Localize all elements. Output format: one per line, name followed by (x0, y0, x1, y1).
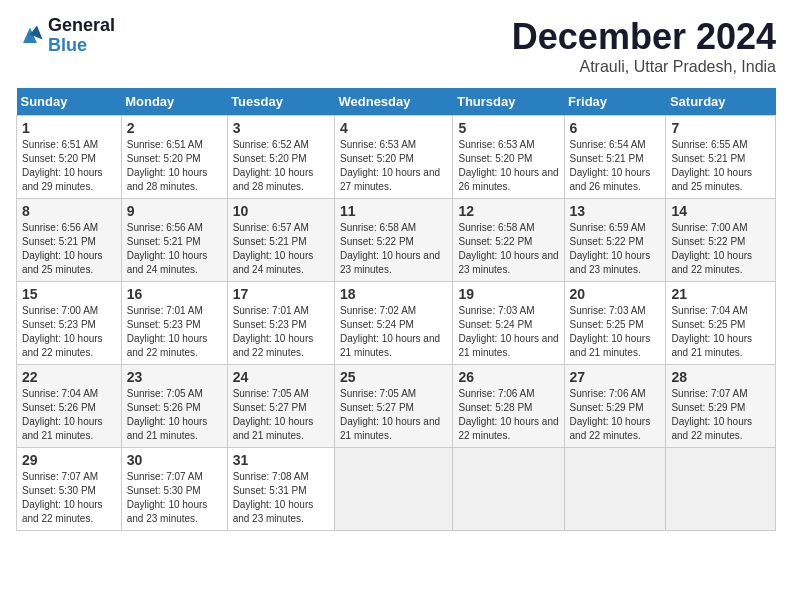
calendar-cell: 22Sunrise: 7:04 AMSunset: 5:26 PMDayligh… (17, 365, 122, 448)
day-info: Sunrise: 7:07 AMSunset: 5:29 PMDaylight:… (671, 387, 770, 443)
day-number: 19 (458, 286, 558, 302)
day-info: Sunrise: 7:08 AMSunset: 5:31 PMDaylight:… (233, 470, 329, 526)
day-number: 21 (671, 286, 770, 302)
calendar-table: SundayMondayTuesdayWednesdayThursdayFrid… (16, 88, 776, 531)
calendar-cell: 29Sunrise: 7:07 AMSunset: 5:30 PMDayligh… (17, 448, 122, 531)
calendar-cell: 31Sunrise: 7:08 AMSunset: 5:31 PMDayligh… (227, 448, 334, 531)
calendar-cell: 23Sunrise: 7:05 AMSunset: 5:26 PMDayligh… (121, 365, 227, 448)
day-number: 4 (340, 120, 447, 136)
day-info: Sunrise: 7:03 AMSunset: 5:24 PMDaylight:… (458, 304, 558, 360)
calendar-cell: 10Sunrise: 6:57 AMSunset: 5:21 PMDayligh… (227, 199, 334, 282)
calendar-cell: 2Sunrise: 6:51 AMSunset: 5:20 PMDaylight… (121, 116, 227, 199)
day-info: Sunrise: 7:07 AMSunset: 5:30 PMDaylight:… (22, 470, 116, 526)
day-number: 7 (671, 120, 770, 136)
calendar-cell: 24Sunrise: 7:05 AMSunset: 5:27 PMDayligh… (227, 365, 334, 448)
calendar-cell: 9Sunrise: 6:56 AMSunset: 5:21 PMDaylight… (121, 199, 227, 282)
day-info: Sunrise: 7:05 AMSunset: 5:27 PMDaylight:… (233, 387, 329, 443)
day-number: 11 (340, 203, 447, 219)
calendar-cell (564, 448, 666, 531)
calendar-cell: 30Sunrise: 7:07 AMSunset: 5:30 PMDayligh… (121, 448, 227, 531)
day-number: 29 (22, 452, 116, 468)
calendar-cell: 25Sunrise: 7:05 AMSunset: 5:27 PMDayligh… (334, 365, 452, 448)
day-info: Sunrise: 6:59 AMSunset: 5:22 PMDaylight:… (570, 221, 661, 277)
day-info: Sunrise: 7:06 AMSunset: 5:29 PMDaylight:… (570, 387, 661, 443)
day-of-week-friday: Friday (564, 88, 666, 116)
day-info: Sunrise: 7:05 AMSunset: 5:27 PMDaylight:… (340, 387, 447, 443)
day-number: 1 (22, 120, 116, 136)
day-info: Sunrise: 6:52 AMSunset: 5:20 PMDaylight:… (233, 138, 329, 194)
calendar-cell: 13Sunrise: 6:59 AMSunset: 5:22 PMDayligh… (564, 199, 666, 282)
calendar-cell: 20Sunrise: 7:03 AMSunset: 5:25 PMDayligh… (564, 282, 666, 365)
day-info: Sunrise: 7:05 AMSunset: 5:26 PMDaylight:… (127, 387, 222, 443)
day-info: Sunrise: 7:01 AMSunset: 5:23 PMDaylight:… (127, 304, 222, 360)
day-info: Sunrise: 6:51 AMSunset: 5:20 PMDaylight:… (127, 138, 222, 194)
day-of-week-sunday: Sunday (17, 88, 122, 116)
day-of-week-wednesday: Wednesday (334, 88, 452, 116)
day-number: 22 (22, 369, 116, 385)
logo: General Blue (16, 16, 115, 56)
calendar-cell: 18Sunrise: 7:02 AMSunset: 5:24 PMDayligh… (334, 282, 452, 365)
day-number: 6 (570, 120, 661, 136)
calendar-cell: 21Sunrise: 7:04 AMSunset: 5:25 PMDayligh… (666, 282, 776, 365)
calendar-cell: 26Sunrise: 7:06 AMSunset: 5:28 PMDayligh… (453, 365, 564, 448)
calendar-cell: 8Sunrise: 6:56 AMSunset: 5:21 PMDaylight… (17, 199, 122, 282)
day-info: Sunrise: 7:01 AMSunset: 5:23 PMDaylight:… (233, 304, 329, 360)
day-number: 5 (458, 120, 558, 136)
day-number: 26 (458, 369, 558, 385)
calendar-cell: 1Sunrise: 6:51 AMSunset: 5:20 PMDaylight… (17, 116, 122, 199)
day-info: Sunrise: 6:56 AMSunset: 5:21 PMDaylight:… (22, 221, 116, 277)
day-of-week-thursday: Thursday (453, 88, 564, 116)
day-of-week-tuesday: Tuesday (227, 88, 334, 116)
calendar-cell: 28Sunrise: 7:07 AMSunset: 5:29 PMDayligh… (666, 365, 776, 448)
day-info: Sunrise: 7:02 AMSunset: 5:24 PMDaylight:… (340, 304, 447, 360)
day-info: Sunrise: 6:53 AMSunset: 5:20 PMDaylight:… (340, 138, 447, 194)
calendar-cell (334, 448, 452, 531)
day-number: 10 (233, 203, 329, 219)
calendar-cell: 7Sunrise: 6:55 AMSunset: 5:21 PMDaylight… (666, 116, 776, 199)
calendar-cell: 5Sunrise: 6:53 AMSunset: 5:20 PMDaylight… (453, 116, 564, 199)
day-info: Sunrise: 6:57 AMSunset: 5:21 PMDaylight:… (233, 221, 329, 277)
day-info: Sunrise: 7:04 AMSunset: 5:25 PMDaylight:… (671, 304, 770, 360)
calendar-cell: 17Sunrise: 7:01 AMSunset: 5:23 PMDayligh… (227, 282, 334, 365)
day-number: 27 (570, 369, 661, 385)
page-header: General Blue December 2024 Atrauli, Utta… (16, 16, 776, 76)
calendar-cell: 3Sunrise: 6:52 AMSunset: 5:20 PMDaylight… (227, 116, 334, 199)
day-info: Sunrise: 7:00 AMSunset: 5:22 PMDaylight:… (671, 221, 770, 277)
day-number: 20 (570, 286, 661, 302)
day-info: Sunrise: 6:56 AMSunset: 5:21 PMDaylight:… (127, 221, 222, 277)
day-number: 28 (671, 369, 770, 385)
day-info: Sunrise: 6:54 AMSunset: 5:21 PMDaylight:… (570, 138, 661, 194)
day-number: 16 (127, 286, 222, 302)
day-number: 24 (233, 369, 329, 385)
main-title: December 2024 (512, 16, 776, 58)
calendar-cell: 15Sunrise: 7:00 AMSunset: 5:23 PMDayligh… (17, 282, 122, 365)
day-number: 30 (127, 452, 222, 468)
day-number: 17 (233, 286, 329, 302)
logo-text: General Blue (48, 16, 115, 56)
day-number: 18 (340, 286, 447, 302)
day-number: 9 (127, 203, 222, 219)
calendar-cell: 11Sunrise: 6:58 AMSunset: 5:22 PMDayligh… (334, 199, 452, 282)
calendar-cell (666, 448, 776, 531)
calendar-cell: 12Sunrise: 6:58 AMSunset: 5:22 PMDayligh… (453, 199, 564, 282)
calendar-cell: 6Sunrise: 6:54 AMSunset: 5:21 PMDaylight… (564, 116, 666, 199)
day-info: Sunrise: 6:53 AMSunset: 5:20 PMDaylight:… (458, 138, 558, 194)
day-info: Sunrise: 7:04 AMSunset: 5:26 PMDaylight:… (22, 387, 116, 443)
day-number: 31 (233, 452, 329, 468)
day-number: 2 (127, 120, 222, 136)
calendar-cell: 19Sunrise: 7:03 AMSunset: 5:24 PMDayligh… (453, 282, 564, 365)
day-info: Sunrise: 7:00 AMSunset: 5:23 PMDaylight:… (22, 304, 116, 360)
calendar-cell: 4Sunrise: 6:53 AMSunset: 5:20 PMDaylight… (334, 116, 452, 199)
day-info: Sunrise: 6:55 AMSunset: 5:21 PMDaylight:… (671, 138, 770, 194)
calendar-cell: 16Sunrise: 7:01 AMSunset: 5:23 PMDayligh… (121, 282, 227, 365)
day-info: Sunrise: 7:03 AMSunset: 5:25 PMDaylight:… (570, 304, 661, 360)
day-of-week-monday: Monday (121, 88, 227, 116)
calendar-cell: 14Sunrise: 7:00 AMSunset: 5:22 PMDayligh… (666, 199, 776, 282)
day-info: Sunrise: 6:58 AMSunset: 5:22 PMDaylight:… (458, 221, 558, 277)
day-number: 15 (22, 286, 116, 302)
day-info: Sunrise: 6:58 AMSunset: 5:22 PMDaylight:… (340, 221, 447, 277)
day-info: Sunrise: 6:51 AMSunset: 5:20 PMDaylight:… (22, 138, 116, 194)
sub-title: Atrauli, Uttar Pradesh, India (512, 58, 776, 76)
day-number: 12 (458, 203, 558, 219)
day-number: 13 (570, 203, 661, 219)
